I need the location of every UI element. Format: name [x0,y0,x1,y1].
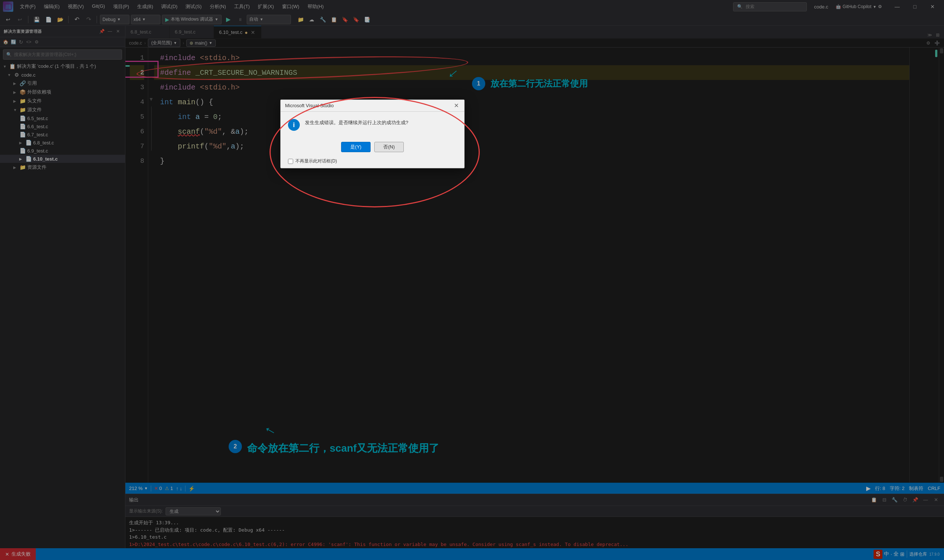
dialog-close-button[interactable]: ✕ [452,102,460,109]
dialog-body: i 发生生成错误。是否继续并运行上次的成功生成? [281,112,464,138]
dialog-info-icon: i [288,119,300,131]
dialog-checkbox-row: 不再显示此对话框(D) [281,158,464,168]
dialog-overlay: Microsoft Visual Studio ✕ i 发生生成错误。是否继续并… [0,0,944,560]
dialog-title-text: Microsoft Visual Studio [285,103,334,108]
dialog-checkbox-label: 不再显示此对话框(D) [295,158,337,164]
dialog-titlebar: Microsoft Visual Studio ✕ [281,100,464,112]
dialog-buttons: 是(Y) 否(N) [281,138,464,158]
dialog-no-button[interactable]: 否(N) [374,142,404,152]
dialog: Microsoft Visual Studio ✕ i 发生生成错误。是否继续并… [280,100,464,168]
dialog-checkbox[interactable] [288,159,293,164]
dialog-message: 发生生成错误。是否继续并运行上次的成功生成? [305,119,457,126]
dialog-yes-button[interactable]: 是(Y) [341,142,370,152]
